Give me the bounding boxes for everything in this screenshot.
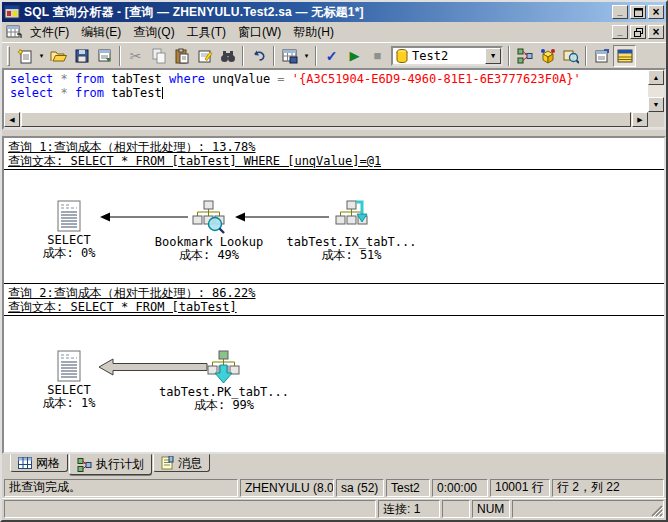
query1-plan-graphic: SELECT 成本: 0% Bookmark Lookup 成本: 49% ta… [4,170,664,283]
menu-bar: 文件(F) 编辑(E) 查询(Q) 工具(T) 窗口(W) 帮助(H) _ × [2,22,666,42]
insert-template-icon [97,48,113,64]
result-set-icon [56,200,82,232]
menu-window[interactable]: 窗口(W) [232,22,287,43]
app-status-message [4,500,376,518]
plan-node-cost: 成本: 49% [139,249,279,262]
title-bar: SQL 查询分析器 - [查询 — ZHENYULU.Test2.sa — 无标… [2,2,666,22]
menu-tools[interactable]: 工具(T) [181,22,232,43]
child-minimize-button[interactable]: _ [612,25,628,39]
execution-plan-icon [77,458,92,472]
estimated-plan-button[interactable] [513,45,536,67]
menu-help[interactable]: 帮助(H) [287,22,340,43]
plan-node-index-seek[interactable]: tabTest.IX_tabT... 成本: 51% [279,200,424,262]
cut-icon: ✂ [130,50,142,62]
toolbar-separator [242,46,244,66]
document-icon[interactable] [6,25,22,40]
resize-grip[interactable] [649,503,663,517]
sql-line-2: select * from tabTest [10,86,648,100]
toolbar-separator [273,46,275,66]
scroll-up-button[interactable]: ▲ [648,70,664,85]
query2-plan-graphic: SELECT 成本: 1% tabTest.PK_tabT... 成本: 99% [4,316,664,434]
object-search-button[interactable] [559,45,582,67]
plan-node-cost: 成本: 51% [279,249,424,262]
plan-section-query1: 查询 1:查询成本（相对于批处理）: 13.78% 查询文本: SELECT *… [4,138,664,283]
database-icon [395,48,409,64]
menu-file[interactable]: 文件(F) [24,22,75,43]
minimize-icon: _ [617,7,622,18]
scrollbar-corner [648,112,664,127]
execute-query-button[interactable]: ▶ [343,45,366,67]
minimize-button[interactable]: _ [612,5,628,19]
database-combobox[interactable]: Test2 ▼ [391,46,503,66]
cancel-query-button[interactable]: ■ [366,45,389,67]
database-dropdown-button[interactable]: ▼ [485,48,501,64]
plan-node-cost: 成本: 0% [24,247,114,260]
connection-properties-button[interactable] [590,45,613,67]
save-button[interactable] [70,45,93,67]
maximize-button[interactable] [630,5,646,19]
toolbar-separator [119,46,121,66]
copy-button[interactable] [147,45,170,67]
menu-query[interactable]: 查询(Q) [127,22,180,43]
new-query-button[interactable] [13,45,36,67]
object-browser-icon [540,48,556,64]
undo-button[interactable] [247,45,270,67]
show-results-pane-button[interactable] [613,45,636,67]
find-binoculars-icon [220,48,236,64]
cut-button[interactable]: ✂ [124,45,147,67]
toolbar-separator [315,46,317,66]
scrollbar-thumb[interactable] [21,112,631,127]
object-browser-button[interactable] [536,45,559,67]
query-status-bar: 批查询完成。 ZHENYULU (8.0) sa (52) Test2 0:00… [2,476,666,498]
editor-horizontal-scrollbar[interactable]: ◀ ▶ [4,112,664,128]
object-search-icon [563,48,579,64]
plan-node-select2[interactable]: SELECT 成本: 1% [24,350,114,410]
parse-query-button[interactable]: ✓ [320,45,343,67]
stop-icon: ■ [374,50,382,62]
child-restore-button[interactable] [630,25,646,39]
status-exec-time: 0:00:00 [432,479,488,497]
clear-window-button[interactable] [193,45,216,67]
execute-mode-dropdown[interactable]: ▾ [301,45,312,67]
scroll-right-button[interactable]: ▶ [632,112,648,127]
menu-edit[interactable]: 编辑(E) [75,22,127,43]
open-file-button[interactable] [47,45,70,67]
paste-button[interactable] [170,45,193,67]
plan-node-cost: 成本: 1% [24,397,114,410]
plan-node-clustered-index-scan[interactable]: tabTest.PK_tabT... 成本: 99% [149,350,299,412]
open-folder-icon [50,48,67,64]
close-button[interactable]: × [648,5,664,19]
new-query-dropdown[interactable]: ▾ [36,45,47,67]
query1-header: 查询 1:查询成本（相对于批处理）: 13.78% 查询文本: SELECT *… [4,138,664,170]
child-restore-icon [634,28,643,37]
show-results-pane-icon [617,48,633,64]
scroll-down-icon: ▼ [653,101,660,108]
plan-node-select[interactable]: SELECT 成本: 0% [24,200,114,260]
child-close-button[interactable]: × [648,25,664,39]
database-selected-value: Test2 [409,49,485,63]
status-empty-panel [442,500,470,518]
text-cursor [162,87,163,99]
child-close-icon: × [652,27,659,37]
tab-grid-label: 网格 [36,455,60,472]
insert-template-button[interactable] [93,45,116,67]
bookmark-lookup-icon [192,200,226,234]
plan-node-bookmark-lookup[interactable]: Bookmark Lookup 成本: 49% [139,200,279,262]
find-button[interactable] [216,45,239,67]
scroll-left-button[interactable]: ◀ [4,112,20,127]
sql-editor-text[interactable]: select * from tabTest where unqValue = '… [4,70,648,112]
messages-icon [161,456,174,470]
tab-grid[interactable]: 网格 [10,454,68,472]
results-tab-bar: 网格 执行计划 消息 [2,454,666,476]
status-row-count: 10001 行 [490,479,550,497]
tab-messages[interactable]: 消息 [153,454,210,472]
editor-vertical-scrollbar[interactable]: ▲ ▼ [648,70,664,112]
app-window: SQL 查询分析器 - [查询 — ZHENYULU.Test2.sa — 无标… [0,0,668,522]
scroll-down-button[interactable]: ▼ [648,97,664,112]
toolbar-grip[interactable] [7,46,10,66]
sql-line-1: select * from tabTest where unqValue = '… [10,72,648,86]
execute-mode-button[interactable] [278,45,301,67]
estimated-plan-icon [517,48,533,64]
tab-execution-plan[interactable]: 执行计划 [69,454,152,475]
grid-icon [18,457,32,469]
